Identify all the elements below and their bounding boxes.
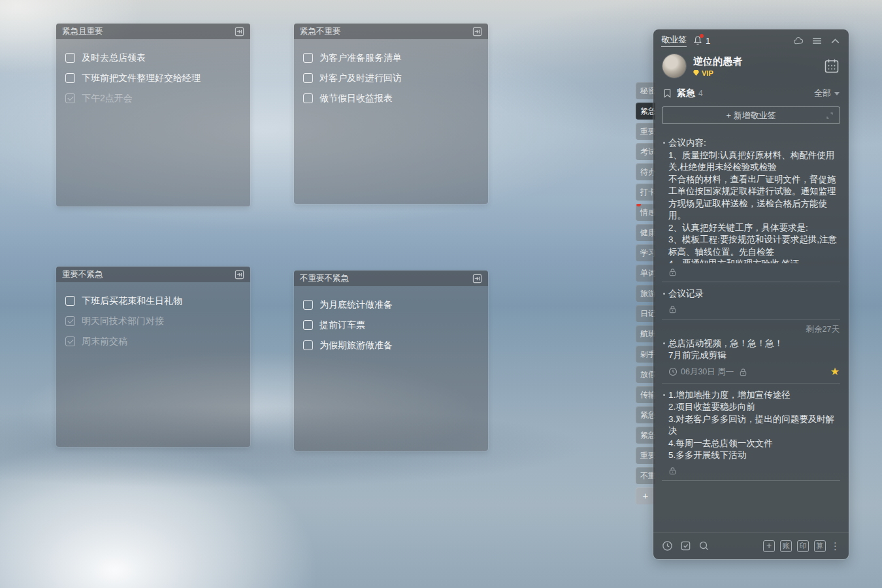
side-tab[interactable]: 日记 <box>636 305 655 322</box>
panel-header: 敬业签 1 <box>653 29 849 48</box>
todo-label: 下午2点开会 <box>82 93 133 105</box>
side-tab-active[interactable]: 紧急 <box>636 103 655 120</box>
side-tab[interactable]: 打卡 <box>636 184 655 201</box>
side-tab[interactable]: 航班 <box>636 325 655 342</box>
todo-icon[interactable] <box>680 540 691 551</box>
sticky-note-title: 重要不紧急 <box>62 269 103 280</box>
lock-icon <box>739 368 747 376</box>
side-tab[interactable]: 情感 <box>636 204 655 221</box>
divider <box>662 282 840 282</box>
sticky-note-urgent-important[interactable]: 紧急且重要 及时去总店领表 下班前把文件整理好交给经理 下午2点开会 <box>56 24 250 206</box>
star-icon[interactable]: ★ <box>830 367 840 376</box>
sticky-note-titlebar[interactable]: 不重要不紧急 <box>294 270 488 286</box>
side-tab[interactable]: 秘密 <box>636 82 655 99</box>
side-tab[interactable]: 传输 <box>636 386 655 403</box>
side-tab[interactable]: 单词 <box>636 265 655 282</box>
bell-icon[interactable] <box>693 35 703 46</box>
todo-item: 为假期旅游做准备 <box>303 335 479 355</box>
user-name: 逆位的愚者 <box>693 56 824 68</box>
merge-to-main-icon[interactable] <box>235 270 244 280</box>
filter-dropdown[interactable]: 全部 <box>814 88 831 99</box>
side-tab[interactable]: 考试 <box>636 143 655 160</box>
notes-list: 会议内容: 1、质量控制:认真把好原材料、构配件使用关,杜绝使用未经检验或检验 … <box>653 128 849 532</box>
sticky-note-title: 紧急不重要 <box>300 26 341 37</box>
todo-item: 下午2点开会 <box>65 88 241 108</box>
checkbox[interactable] <box>65 73 75 83</box>
side-tab[interactable]: 重要 <box>636 447 655 464</box>
time-reminder-icon[interactable] <box>662 540 673 551</box>
checkbox-checked[interactable] <box>65 93 75 103</box>
note-text: 总店活动视频，急！急！急！ 7月前完成剪辑 <box>668 338 840 362</box>
clock-icon <box>668 367 678 376</box>
sticky-note-urgent-not-important[interactable]: 紧急不重要 为客户准备服务清单 对客户及时进行回访 做节假日收益报表 <box>294 24 488 204</box>
side-tab[interactable]: 不重 <box>636 467 655 484</box>
avatar[interactable] <box>662 54 686 78</box>
merge-to-main-icon[interactable] <box>472 27 482 37</box>
quick-add-button[interactable]: + <box>763 540 775 552</box>
checkbox[interactable] <box>303 53 313 63</box>
menu-icon[interactable] <box>811 36 823 46</box>
collapse-icon[interactable] <box>830 36 841 46</box>
checkbox[interactable] <box>303 320 313 330</box>
checkbox[interactable] <box>303 300 313 310</box>
todo-item: 下班后买花束和生日礼物 <box>65 291 241 311</box>
add-category-tab[interactable]: + <box>636 487 655 504</box>
checkbox[interactable] <box>303 73 313 83</box>
countdown-label: 剩余27天 <box>653 320 849 336</box>
add-note-label: + 新增敬业签 <box>726 110 776 122</box>
side-tab[interactable]: 剁手 <box>636 346 655 363</box>
todo-item: 为客户准备服务清单 <box>303 48 479 68</box>
sticky-note-titlebar[interactable]: 紧急不重要 <box>294 24 488 39</box>
bookmark-icon <box>662 88 672 99</box>
todo-label: 对客户及时进行回访 <box>319 73 402 84</box>
note-item-promo-list[interactable]: 1.增加地推力度，增加宣传途径 2.项目收益要稳步向前 3.对老客户多多回访，提… <box>653 384 849 480</box>
merge-to-main-icon[interactable] <box>472 274 482 284</box>
checkbox[interactable] <box>65 53 75 63</box>
todo-label: 及时去总店领表 <box>82 52 146 64</box>
note-text: 会议内容: 1、质量控制:认真把好原材料、构配件使用关,杜绝使用未经检验或检验 … <box>668 137 840 263</box>
side-tab[interactable]: 旅游 <box>636 285 655 302</box>
side-tab[interactable]: 放假 <box>636 366 655 383</box>
todo-label: 明天同技术部门对接 <box>82 316 164 327</box>
account-book-button[interactable]: 账 <box>780 540 792 552</box>
sticky-note-important-not-urgent[interactable]: 重要不紧急 下班后买花束和生日礼物 明天同技术部门对接 周末前交稿 <box>56 267 250 447</box>
checkbox-checked[interactable] <box>65 316 75 326</box>
add-note-button[interactable]: + 新增敬业签 <box>662 106 840 124</box>
category-count: 4 <box>698 89 703 98</box>
calculator-button[interactable]: 算 <box>814 540 826 552</box>
divider <box>662 383 840 384</box>
note-text: 1.增加地推力度，增加宣传途径 2.项目收益要稳步向前 3.对老客户多多回访，提… <box>668 389 840 462</box>
checkbox[interactable] <box>303 93 313 103</box>
side-tab[interactable]: 健康 <box>636 224 655 241</box>
side-tab[interactable]: 待办 <box>636 163 655 180</box>
merge-to-main-icon[interactable] <box>235 27 244 37</box>
note-item-meeting-content[interactable]: 会议内容: 1、质量控制:认真把好原材料、构配件使用关,杜绝使用未经检验或检验 … <box>653 132 849 281</box>
checkbox[interactable] <box>303 340 313 350</box>
sticky-note-titlebar[interactable]: 重要不紧急 <box>56 267 250 282</box>
note-bullet <box>663 342 665 344</box>
note-item-meeting-record[interactable]: 会议记录 <box>653 283 849 318</box>
more-icon[interactable]: ⋮ <box>830 540 840 552</box>
checkbox[interactable] <box>65 296 75 306</box>
app-title[interactable]: 敬业签 <box>661 34 687 47</box>
caret-down-icon <box>834 92 840 95</box>
note-item-video[interactable]: 总店活动视频，急！急！急！ 7月前完成剪辑 06月30日 周一 ★ <box>653 336 849 382</box>
cloud-sync-icon[interactable] <box>793 36 804 46</box>
side-tab[interactable]: 紧急 <box>636 427 655 444</box>
sticky-note-titlebar[interactable]: 紧急且重要 <box>56 24 250 39</box>
reminder-date: 06月30日 周一 <box>681 367 734 378</box>
calendar-icon[interactable] <box>824 58 840 74</box>
category-row: 紧急 4 全部 <box>653 82 849 102</box>
checkbox-checked[interactable] <box>65 336 75 346</box>
side-tab[interactable]: 紧急 <box>636 406 655 423</box>
print-button[interactable]: 印 <box>797 540 809 552</box>
search-icon[interactable] <box>698 540 710 551</box>
lock-icon <box>668 466 677 475</box>
todo-item: 下班前把文件整理好交给经理 <box>65 68 241 88</box>
sticky-note-not-important-not-urgent[interactable]: 不重要不紧急 为月底统计做准备 提前订车票 为假期旅游做准备 <box>294 270 488 451</box>
side-tab[interactable]: 重要 <box>636 123 655 140</box>
side-tab[interactable]: 学习 <box>636 244 655 261</box>
todo-label: 提前订车票 <box>319 319 365 331</box>
user-row: 逆位的愚者 VIP <box>653 48 849 82</box>
todo-label: 为假期旅游做准备 <box>319 340 393 351</box>
